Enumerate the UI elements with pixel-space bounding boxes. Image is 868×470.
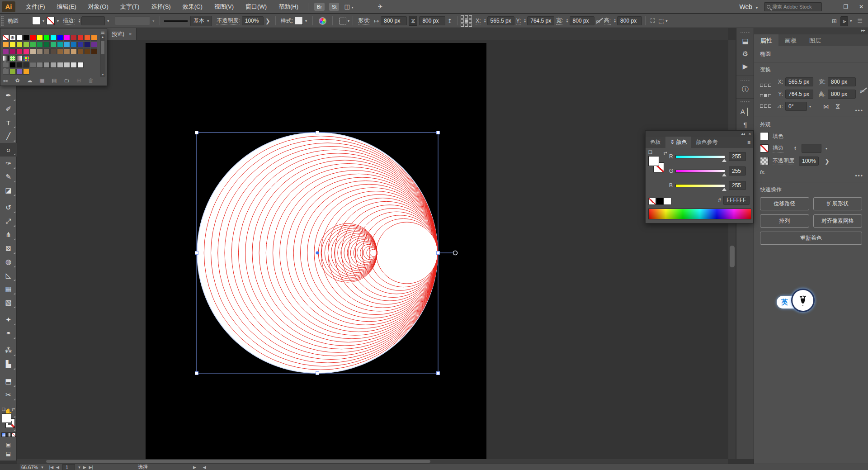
first-artboard-icon[interactable]: |◀ (49, 465, 53, 470)
tab-properties[interactable]: 属性 (754, 34, 778, 46)
color-group-folder-icon[interactable] (3, 62, 9, 68)
horizontal-scroll-thumb[interactable] (46, 460, 430, 463)
expand-dock-icon[interactable]: ▸▸ (861, 28, 865, 33)
recolor-artwork-icon[interactable] (319, 17, 326, 25)
swatch-2-7[interactable] (50, 48, 57, 54)
swatch-2-6[interactable] (43, 48, 50, 54)
mesh-tool[interactable]: ▦ (0, 282, 17, 296)
style-chevron-icon[interactable]: ▾ (305, 19, 307, 23)
unlink-wh-icon[interactable]: ∞ (596, 18, 600, 24)
prop-h-field[interactable]: 800 px (828, 90, 856, 99)
swatch-0-9[interactable] (64, 35, 70, 41)
flip-horizontal-icon[interactable]: ⋈ (823, 103, 829, 110)
shape-height-field[interactable]: 800 px (419, 16, 445, 25)
swatch-2-12[interactable] (84, 48, 90, 54)
menu-item-5[interactable]: 选择(S) (145, 0, 176, 14)
slider-track-B[interactable] (675, 184, 725, 187)
swatch-1-5[interactable] (37, 42, 43, 47)
column-graph-tool[interactable]: ▙ (0, 357, 17, 371)
swatch-0-13[interactable] (91, 35, 97, 41)
hex-value-field[interactable]: FFFFFF (723, 196, 750, 205)
panel-group-grip[interactable] (740, 101, 750, 104)
paragraph-panel-icon[interactable]: ¶ (736, 118, 754, 131)
mini-swap-icon[interactable]: ⇄ (664, 151, 667, 156)
stroke-color-swatch[interactable] (47, 17, 55, 25)
menu-item-1[interactable]: 文件(F) (20, 0, 51, 14)
library-add-icon[interactable]: ☁ (27, 77, 32, 84)
slider-handle-R[interactable] (722, 159, 726, 162)
slider-handle-G[interactable] (722, 173, 726, 176)
swatch-0-0[interactable] (3, 35, 9, 41)
delete-swatch-icon[interactable]: 🗑 (88, 77, 94, 84)
none-swatch[interactable] (648, 198, 656, 205)
stroke-weight-label[interactable]: 描边: (63, 17, 75, 25)
white-swatch[interactable] (664, 198, 671, 205)
fill-chevron-icon[interactable]: ▾ (42, 19, 44, 23)
swatch-4-5[interactable] (37, 62, 43, 68)
x-stepper[interactable]: ▲▼ (484, 19, 486, 23)
swatch-0-3[interactable] (23, 35, 29, 41)
prop-w-field[interactable]: 800 px (828, 77, 856, 86)
swatch-5-2[interactable] (16, 69, 23, 75)
swatches-scrollbar[interactable]: ▲▼ (100, 35, 105, 76)
symbol-sprayer-tool[interactable]: ⁂ (0, 344, 17, 357)
arrange-documents-icon[interactable]: ◫ ▾ (344, 3, 353, 10)
prop-y-field[interactable]: 764.5 px (785, 90, 813, 99)
tab-layers[interactable]: 图层 (803, 34, 827, 46)
slider-value-R[interactable]: 255 (729, 152, 746, 161)
color-panel-menu-icon[interactable]: ≡ (747, 139, 750, 146)
gradient-tool[interactable]: ▧ (0, 296, 17, 309)
quick-action-1[interactable]: 位移路径 (760, 197, 809, 210)
quick-action-2[interactable]: 扩展形状 (813, 197, 863, 210)
prop-opacity-label[interactable]: 不透明度 (773, 157, 794, 165)
swatch-0-12[interactable] (84, 35, 90, 41)
prop-x-field[interactable]: 565.5 px (785, 77, 813, 86)
swatch-4-2[interactable] (16, 62, 23, 68)
paintbrush-tool[interactable]: ✑ (0, 157, 17, 170)
fill-color-swatch[interactable] (32, 17, 40, 25)
eraser-tool[interactable]: ◪ (0, 184, 17, 197)
close-panel-icon[interactable]: × (749, 132, 751, 136)
slice-tool[interactable]: ✂ (0, 388, 17, 402)
zoom-level-field[interactable]: 66.67% (21, 465, 38, 470)
menu-item-8[interactable]: 窗口(W) (240, 0, 273, 14)
swatch-4-8[interactable] (57, 62, 63, 68)
swatch-0-2[interactable] (16, 35, 23, 41)
blend-tool[interactable]: ⚭ (0, 327, 17, 340)
character-panel-icon[interactable]: A⎪ (736, 105, 754, 118)
swatch-0-1[interactable] (9, 35, 16, 41)
swatch-1-7[interactable] (50, 42, 57, 47)
default-fill-stroke-icon[interactable]: ❏ (2, 407, 5, 412)
pen-tool[interactable]: ✒ (0, 89, 17, 102)
selected-ellipse-artwork[interactable] (194, 130, 459, 377)
minimize-button[interactable]: ─ (824, 0, 837, 14)
swatch-1-4[interactable] (30, 42, 36, 47)
y-stepper[interactable]: ▲▼ (524, 19, 526, 23)
swatch-4-9[interactable] (64, 62, 70, 68)
controlbar-grip[interactable] (1, 16, 4, 26)
bridge-button[interactable]: Br (314, 3, 325, 11)
dock-chevron-icon[interactable]: ▾ (850, 19, 852, 23)
swatch-0-4[interactable] (30, 35, 36, 41)
swatch-4-3[interactable] (23, 62, 29, 68)
play-actions-icon[interactable]: ▶ (736, 60, 754, 73)
swatch-2-2[interactable] (16, 48, 23, 54)
scale-tool[interactable]: ⤢ (0, 214, 17, 228)
swatch-2-0[interactable] (3, 48, 9, 54)
panel-group-grip[interactable] (740, 78, 750, 81)
swatch-1-6[interactable] (43, 42, 50, 47)
quick-action-3[interactable]: 排列 (760, 214, 809, 228)
actions-panel-icon[interactable]: ⚙ (736, 47, 754, 60)
swatch-2-4[interactable] (30, 48, 36, 54)
transform-more-icon[interactable]: ••• (855, 108, 863, 114)
menu-item-7[interactable]: 视图(V) (208, 0, 240, 14)
list-view-icon[interactable]: ☰ (857, 18, 863, 24)
swatch-0-11[interactable] (77, 35, 84, 41)
illustrator-logo[interactable]: Ai (2, 1, 15, 12)
color-spectrum-bar[interactable] (648, 209, 751, 219)
artboard-number-field[interactable]: 1 (62, 464, 75, 470)
mini-fill-stroke-icon[interactable]: ❏ (648, 150, 652, 155)
collapse-panel-icon[interactable]: ◂◂ (741, 132, 745, 136)
swatch-1-8[interactable] (57, 42, 63, 47)
swatch-4-7[interactable] (50, 62, 57, 68)
